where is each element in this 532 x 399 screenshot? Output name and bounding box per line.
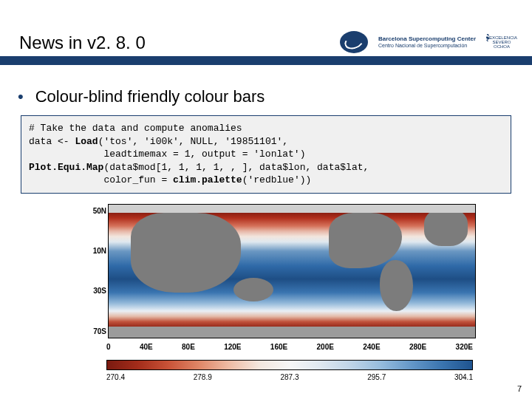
page-title: News in v2. 8. 0 [19, 33, 146, 56]
x-tick: 80E [182, 343, 195, 351]
south-america [380, 260, 413, 310]
x-tick: 0 [106, 343, 111, 351]
header-divider [0, 56, 532, 65]
x-tick: 240E [363, 343, 380, 351]
x-tick: 280E [409, 343, 426, 351]
cb-tick: 287.3 [280, 373, 299, 381]
cb-tick: 295.7 [367, 373, 386, 381]
bullet-item: • Colour-blind friendly colour bars [18, 87, 514, 106]
cb-tick: 304.1 [454, 373, 473, 381]
colorbar-ticks: 270.4 278.9 287.3 295.7 304.1 [106, 370, 473, 381]
y-tick: 30S [84, 287, 106, 295]
bullet-text: Colour-blind friendly colour bars [35, 87, 265, 106]
page-number: 7 [517, 384, 522, 393]
bsc-logo-text: Barcelona Supercomputing CenterCentro Na… [378, 36, 476, 48]
australia [233, 278, 274, 301]
x-tick: 200E [317, 343, 334, 351]
x-tick: 40E [140, 343, 153, 351]
excellence-logo: EXCELENCIA SEVERO OCHOA [486, 35, 517, 49]
arctic-cap [109, 205, 475, 213]
y-axis: 50N 10N 30S 70S [84, 204, 108, 338]
africa-eurasia [131, 213, 241, 293]
cb-tick: 270.4 [106, 373, 125, 381]
y-tick: 10N [84, 247, 106, 255]
map-plot-area [108, 204, 476, 338]
bsc-logo-icon [340, 31, 368, 53]
x-axis: 0 40E 80E 120E 160E 200E 240E 280E 320E [106, 338, 473, 351]
code-block: # Take the data and compute anomalies da… [21, 115, 511, 194]
logo-group: Barcelona Supercomputing CenterCentro Na… [340, 31, 517, 56]
x-tick: 160E [270, 343, 287, 351]
x-tick: 120E [224, 343, 241, 351]
greenland-europe [424, 208, 468, 245]
y-tick: 70S [84, 327, 106, 335]
map-figure: 50N 10N 30S 70S 0 40E 80E 120E 16 [84, 204, 483, 381]
x-tick: 320E [456, 343, 473, 351]
y-tick: 50N [84, 207, 106, 215]
colorbar-bar [106, 360, 473, 370]
colorbar: 270.4 278.9 287.3 295.7 304.1 [106, 360, 473, 381]
cb-tick: 278.9 [194, 373, 212, 381]
bullet-icon: • [18, 87, 24, 106]
antarctica [109, 327, 475, 337]
